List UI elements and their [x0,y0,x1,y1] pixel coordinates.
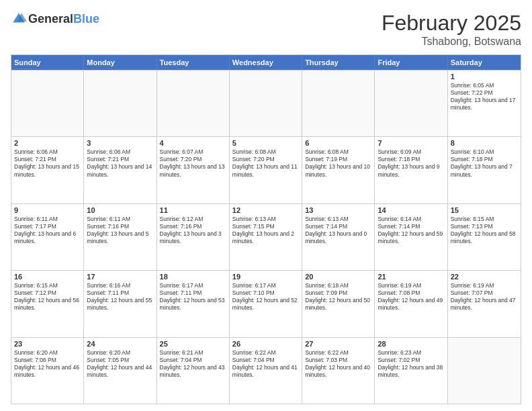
day-number: 14 [378,206,444,214]
day-info: Sunrise: 6:22 AM Sunset: 7:03 PM Dayligh… [305,349,371,379]
day-number: 2 [14,139,81,147]
day-info: Sunrise: 6:16 AM Sunset: 7:11 PM Dayligh… [87,282,153,312]
calendar-cell: 15Sunrise: 6:15 AM Sunset: 7:13 PM Dayli… [448,204,521,270]
day-of-week-header: Friday [375,55,447,70]
day-number: 12 [232,206,299,214]
day-number: 15 [451,206,518,214]
day-info: Sunrise: 6:06 AM Sunset: 7:21 PM Dayligh… [87,148,153,178]
calendar-cell: 2Sunrise: 6:06 AM Sunset: 7:21 PM Daylig… [11,137,84,203]
day-number: 23 [14,340,81,348]
day-number: 24 [87,340,153,348]
calendar-cell: 10Sunrise: 6:11 AM Sunset: 7:16 PM Dayli… [84,204,157,270]
day-of-week-header: Sunday [11,55,84,70]
calendar-cell: 26Sunrise: 6:22 AM Sunset: 7:04 PM Dayli… [230,338,302,404]
calendar-cell: 17Sunrise: 6:16 AM Sunset: 7:11 PM Dayli… [84,271,157,336]
day-number: 20 [305,273,371,281]
day-info: Sunrise: 6:05 AM Sunset: 7:22 PM Dayligh… [451,82,518,111]
day-number: 28 [378,340,444,348]
day-info: Sunrise: 6:18 AM Sunset: 7:09 PM Dayligh… [305,282,371,312]
day-number: 8 [451,139,518,147]
location: Tshabong, Botswana [382,36,521,48]
page-header: GeneralBlue February 2025 Tshabong, Bots… [11,11,521,48]
day-number: 11 [160,206,226,214]
day-number: 27 [305,340,371,348]
calendar-cell: 19Sunrise: 6:17 AM Sunset: 7:10 PM Dayli… [230,271,302,336]
day-info: Sunrise: 6:20 AM Sunset: 7:06 PM Dayligh… [14,349,81,379]
day-info: Sunrise: 6:20 AM Sunset: 7:05 PM Dayligh… [87,349,153,379]
day-info: Sunrise: 6:14 AM Sunset: 7:14 PM Dayligh… [378,216,444,245]
day-number: 19 [232,273,299,281]
week-row-0: 1Sunrise: 6:05 AM Sunset: 7:22 PM Daylig… [11,70,521,136]
day-number: 9 [14,206,81,214]
calendar-cell [157,71,230,136]
day-info: Sunrise: 6:13 AM Sunset: 7:14 PM Dayligh… [305,216,371,245]
calendar-cell: 18Sunrise: 6:17 AM Sunset: 7:11 PM Dayli… [157,271,230,336]
day-info: Sunrise: 6:08 AM Sunset: 7:20 PM Dayligh… [232,148,299,178]
day-of-week-header: Tuesday [157,55,230,70]
title-area: February 2025 Tshabong, Botswana [382,11,521,48]
logo-blue: Blue [73,12,99,26]
day-info: Sunrise: 6:15 AM Sunset: 7:13 PM Dayligh… [451,216,518,245]
calendar-cell: 9Sunrise: 6:11 AM Sunset: 7:17 PM Daylig… [11,204,84,270]
day-info: Sunrise: 6:21 AM Sunset: 7:04 PM Dayligh… [160,349,226,379]
calendar-cell: 6Sunrise: 6:08 AM Sunset: 7:19 PM Daylig… [302,137,375,203]
calendar-cell: 27Sunrise: 6:22 AM Sunset: 7:03 PM Dayli… [302,338,375,404]
day-info: Sunrise: 6:19 AM Sunset: 7:07 PM Dayligh… [451,282,518,312]
calendar-header: SundayMondayTuesdayWednesdayThursdayFrid… [11,55,521,70]
day-of-week-header: Thursday [302,55,375,70]
calendar-cell [448,338,521,404]
calendar-cell [302,71,375,136]
calendar-cell: 28Sunrise: 6:23 AM Sunset: 7:02 PM Dayli… [375,338,447,404]
day-info: Sunrise: 6:10 AM Sunset: 7:18 PM Dayligh… [451,148,518,178]
calendar: SundayMondayTuesdayWednesdayThursdayFrid… [11,54,521,404]
calendar-cell: 4Sunrise: 6:07 AM Sunset: 7:20 PM Daylig… [157,137,230,203]
day-info: Sunrise: 6:11 AM Sunset: 7:17 PM Dayligh… [14,216,81,245]
calendar-cell: 12Sunrise: 6:13 AM Sunset: 7:15 PM Dayli… [230,204,302,270]
calendar-cell: 24Sunrise: 6:20 AM Sunset: 7:05 PM Dayli… [84,338,157,404]
day-number: 3 [87,139,153,147]
day-number: 26 [232,340,299,348]
calendar-cell: 8Sunrise: 6:10 AM Sunset: 7:18 PM Daylig… [448,137,521,203]
logo-icon [11,11,27,27]
day-number: 4 [160,139,226,147]
day-of-week-header: Monday [84,55,157,70]
calendar-cell: 23Sunrise: 6:20 AM Sunset: 7:06 PM Dayli… [11,338,84,404]
month-title: February 2025 [382,11,521,36]
calendar-cell: 11Sunrise: 6:12 AM Sunset: 7:16 PM Dayli… [157,204,230,270]
calendar-cell [230,71,302,136]
calendar-cell: 16Sunrise: 6:15 AM Sunset: 7:12 PM Dayli… [11,271,84,336]
day-info: Sunrise: 6:06 AM Sunset: 7:21 PM Dayligh… [14,148,81,178]
day-info: Sunrise: 6:17 AM Sunset: 7:10 PM Dayligh… [232,282,299,312]
logo-general: General [28,12,73,26]
day-number: 1 [451,73,518,81]
day-info: Sunrise: 6:22 AM Sunset: 7:04 PM Dayligh… [232,349,299,379]
calendar-body: 1Sunrise: 6:05 AM Sunset: 7:22 PM Daylig… [11,70,521,404]
day-of-week-header: Wednesday [230,55,302,70]
calendar-cell: 5Sunrise: 6:08 AM Sunset: 7:20 PM Daylig… [230,137,302,203]
day-number: 13 [305,206,371,214]
calendar-cell: 21Sunrise: 6:19 AM Sunset: 7:08 PM Dayli… [375,271,447,336]
calendar-cell [11,71,84,136]
day-number: 10 [87,206,153,214]
day-number: 18 [160,273,226,281]
day-number: 5 [232,139,299,147]
calendar-cell: 3Sunrise: 6:06 AM Sunset: 7:21 PM Daylig… [84,137,157,203]
calendar-cell: 7Sunrise: 6:09 AM Sunset: 7:18 PM Daylig… [375,137,447,203]
day-of-week-header: Saturday [448,55,521,70]
day-info: Sunrise: 6:19 AM Sunset: 7:08 PM Dayligh… [378,282,444,312]
calendar-cell [375,71,447,136]
day-info: Sunrise: 6:08 AM Sunset: 7:19 PM Dayligh… [305,148,371,178]
day-info: Sunrise: 6:23 AM Sunset: 7:02 PM Dayligh… [378,349,444,379]
day-number: 6 [305,139,371,147]
day-info: Sunrise: 6:11 AM Sunset: 7:16 PM Dayligh… [87,216,153,245]
calendar-cell: 13Sunrise: 6:13 AM Sunset: 7:14 PM Dayli… [302,204,375,270]
day-info: Sunrise: 6:12 AM Sunset: 7:16 PM Dayligh… [160,216,226,245]
week-row-3: 16Sunrise: 6:15 AM Sunset: 7:12 PM Dayli… [11,270,521,336]
week-row-4: 23Sunrise: 6:20 AM Sunset: 7:06 PM Dayli… [11,337,521,404]
day-info: Sunrise: 6:15 AM Sunset: 7:12 PM Dayligh… [14,282,81,312]
calendar-cell: 22Sunrise: 6:19 AM Sunset: 7:07 PM Dayli… [448,271,521,336]
day-info: Sunrise: 6:13 AM Sunset: 7:15 PM Dayligh… [232,216,299,245]
calendar-cell: 20Sunrise: 6:18 AM Sunset: 7:09 PM Dayli… [302,271,375,336]
day-number: 21 [378,273,444,281]
day-number: 25 [160,340,226,348]
